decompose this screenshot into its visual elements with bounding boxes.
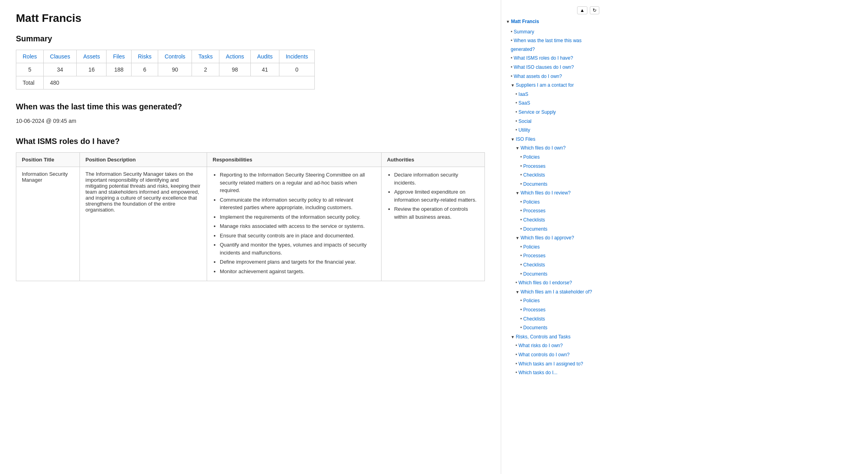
sidebar-item[interactable]: • Documents (520, 225, 599, 234)
sidebar-item[interactable]: ▼ Suppliers I am a contact for (511, 81, 599, 90)
sidebar-item[interactable]: • Documents (520, 324, 599, 332)
sidebar-item[interactable]: • Which tasks am I assigned to? (515, 360, 599, 369)
table-row: Information Security ManagerThe Informat… (16, 167, 485, 281)
sidebar-item-label[interactable]: Processes (523, 307, 546, 313)
sidebar-item-label[interactable]: When was the last time this was generate… (511, 38, 581, 52)
summary-column-header: Clauses (43, 50, 77, 63)
sidebar-item-label[interactable]: What ISMS roles do I have? (514, 55, 573, 61)
sidebar-item[interactable]: • What controls do I own? (515, 351, 599, 359)
summary-column-header: Tasks (192, 50, 219, 63)
sidebar-item[interactable]: • Documents (520, 180, 599, 189)
sidebar-item-label[interactable]: Documents (523, 325, 548, 330)
sidebar-item[interactable]: • Summary (511, 28, 599, 37)
sidebar-item-label[interactable]: Which files do I endorse? (519, 280, 572, 286)
sidebar-item[interactable]: • Processes (520, 207, 599, 216)
list-item: Approve limited expenditure on informati… (394, 188, 479, 204)
summary-cell: 2 (192, 63, 219, 76)
sidebar-item-label[interactable]: Policies (523, 154, 540, 160)
sidebar-item[interactable]: ▼ Which files do I own? (515, 144, 599, 153)
sidebar-item-label[interactable]: What risks do I own? (519, 343, 563, 348)
roles-section: What ISMS roles do I have? Position Titl… (16, 137, 485, 281)
sidebar-item[interactable]: • Documents (520, 270, 599, 279)
sidebar-item[interactable]: • Social (515, 117, 599, 126)
sidebar-item-label[interactable]: Checklists (523, 316, 545, 322)
sidebar-tree: ▼ Matt Francis• Summary• When was the la… (506, 17, 599, 377)
sidebar-item-label[interactable]: Policies (523, 298, 540, 303)
list-item: Declare information security incidents. (394, 171, 479, 186)
summary-column-header: Actions (219, 50, 251, 63)
sidebar-item-label[interactable]: Which files do I approve? (521, 235, 574, 241)
sidebar-item[interactable]: • Policies (520, 243, 599, 252)
refresh-button[interactable]: ↻ (590, 6, 599, 14)
roles-column-header: Position Description (80, 153, 207, 167)
sidebar-item[interactable]: ▼ Which files do I approve? (515, 234, 599, 243)
sidebar: ▲ ↻ ▼ Matt Francis• Summary• When was th… (501, 0, 604, 474)
sidebar-item-label[interactable]: Which files do I review? (521, 190, 571, 196)
sidebar-item-label[interactable]: Processes (523, 253, 546, 258)
list-item: Communicate the information security pol… (220, 196, 376, 212)
sidebar-item[interactable]: ▼ Risks, Controls and Tasks (511, 333, 599, 342)
sidebar-item-label[interactable]: What ISO clauses do I own? (514, 64, 574, 70)
sidebar-item[interactable]: • Which tasks do I... (515, 369, 599, 377)
sidebar-item-label[interactable]: Checklists (523, 217, 545, 223)
sidebar-item[interactable]: • Checklists (520, 261, 599, 270)
sidebar-item[interactable]: • What assets do I own? (511, 72, 599, 81)
sidebar-item[interactable]: • Policies (520, 198, 599, 207)
sidebar-item[interactable]: • What ISMS roles do I have? (511, 54, 599, 63)
sidebar-item[interactable]: ▼ Which files do I review? (515, 189, 599, 198)
sidebar-item-label[interactable]: Documents (523, 271, 548, 277)
sidebar-root[interactable]: ▼ Matt Francis (506, 17, 599, 26)
sidebar-item[interactable]: • IaaS (515, 90, 599, 99)
summary-column-header: Controls (158, 50, 192, 63)
sidebar-item[interactable]: • Processes (520, 252, 599, 260)
sidebar-item[interactable]: • Checklists (520, 171, 599, 180)
sidebar-item-label[interactable]: Processes (523, 163, 546, 169)
sidebar-item[interactable]: • Utility (515, 126, 599, 135)
sidebar-item-label[interactable]: Utility (519, 127, 530, 133)
sidebar-item[interactable]: • Service or Supply (515, 108, 599, 117)
sidebar-item-label[interactable]: What assets do I own? (514, 74, 562, 79)
sidebar-item[interactable]: • Policies (520, 297, 599, 305)
position-title-cell: Information Security Manager (16, 167, 80, 281)
sidebar-item[interactable]: ▼ Which files am I a stakeholder of? (515, 288, 599, 297)
summary-cell: 34 (43, 63, 77, 76)
sidebar-item[interactable]: • Which files do I endorse? (515, 279, 599, 288)
sidebar-item-label[interactable]: Documents (523, 226, 548, 232)
sidebar-item-label[interactable]: SaaS (519, 100, 530, 106)
sidebar-item-label[interactable]: Which tasks do I... (519, 370, 558, 375)
sidebar-item-label[interactable]: Risks, Controls and Tasks (516, 334, 571, 340)
sidebar-item[interactable]: • Processes (520, 162, 599, 171)
sidebar-item-label[interactable]: Documents (523, 181, 548, 187)
sidebar-item[interactable]: • What ISO clauses do I own? (511, 63, 599, 72)
sidebar-item-label[interactable]: Checklists (523, 172, 545, 178)
sidebar-item-label[interactable]: Policies (523, 244, 540, 250)
sidebar-item-label[interactable]: Service or Supply (519, 109, 556, 115)
sidebar-item-label[interactable]: Which files am I a stakeholder of? (521, 289, 592, 295)
summary-cell: 188 (107, 63, 132, 76)
sidebar-item-label[interactable]: Checklists (523, 262, 545, 268)
sidebar-item-label[interactable]: Policies (523, 199, 540, 205)
sidebar-item-label[interactable]: Processes (523, 208, 546, 214)
sidebar-item-label[interactable]: Suppliers I am a contact for (516, 82, 574, 88)
sidebar-item-label[interactable]: Social (519, 118, 532, 124)
sidebar-item-label[interactable]: What controls do I own? (519, 352, 570, 357)
roles-column-header: Position Title (16, 153, 80, 167)
sidebar-item[interactable]: • What risks do I own? (515, 342, 599, 350)
sidebar-item-label[interactable]: Which files do I own? (521, 145, 566, 151)
sidebar-item[interactable]: • When was the last time this was genera… (511, 37, 599, 54)
sidebar-item[interactable]: • Checklists (520, 216, 599, 225)
sidebar-item-label[interactable]: Which tasks am I assigned to? (519, 361, 583, 367)
total-label: Total (16, 76, 44, 89)
list-item: Review the operation of controls within … (394, 205, 479, 221)
sidebar-item-label[interactable]: IaaS (519, 91, 529, 97)
sidebar-item[interactable]: • Policies (520, 153, 599, 162)
summary-cell: 16 (77, 63, 107, 76)
collapse-button[interactable]: ▲ (577, 6, 587, 14)
sidebar-item[interactable]: • Processes (520, 306, 599, 315)
sidebar-item-label[interactable]: ISO Files (516, 136, 535, 142)
sidebar-item[interactable]: ▼ ISO Files (511, 135, 599, 144)
sidebar-item[interactable]: • Checklists (520, 315, 599, 324)
list-item: Reporting to the Information Security St… (220, 171, 376, 194)
sidebar-item[interactable]: • SaaS (515, 99, 599, 108)
sidebar-item-label[interactable]: Summary (514, 29, 534, 35)
